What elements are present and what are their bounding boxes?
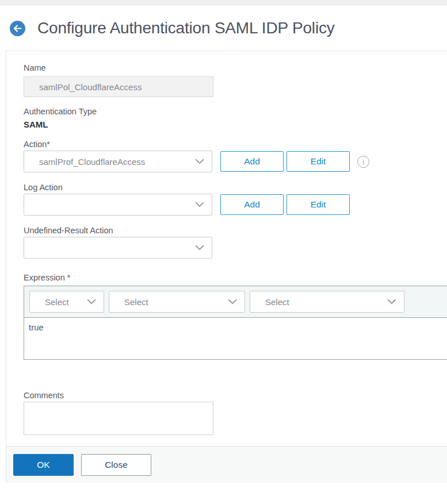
expression-input[interactable]: true bbox=[24, 318, 447, 359]
log-action-label: Log Action bbox=[24, 182, 447, 193]
name-label: Name bbox=[24, 63, 447, 73]
log-action-select[interactable] bbox=[24, 194, 212, 216]
action-label: Action* bbox=[24, 139, 447, 149]
chevron-down-icon bbox=[195, 159, 204, 164]
required-asterisk: * bbox=[67, 273, 71, 282]
arrow-left-icon bbox=[13, 25, 22, 32]
action-select-value: samlProf_CloudflareAccess bbox=[24, 157, 145, 167]
expression-label: Expression * bbox=[24, 272, 447, 283]
expression-select-3-value: Select bbox=[250, 297, 289, 307]
expression-label-text: Expression bbox=[24, 273, 65, 282]
action-add-button[interactable]: Add bbox=[220, 151, 284, 172]
expression-select-3[interactable]: Select bbox=[250, 291, 404, 313]
auth-type-value: SAML bbox=[24, 120, 447, 130]
name-input[interactable] bbox=[24, 76, 213, 97]
expression-select-2[interactable]: Select bbox=[109, 291, 245, 313]
expression-select-1-value: Select bbox=[30, 297, 69, 307]
action-edit-button[interactable]: Edit bbox=[286, 151, 350, 172]
top-strip bbox=[0, 0, 447, 6]
close-button[interactable]: Close bbox=[81, 454, 151, 476]
expression-select-2-value: Select bbox=[109, 297, 148, 307]
comments-input[interactable] bbox=[24, 402, 213, 435]
chevron-down-icon bbox=[87, 299, 96, 305]
chevron-down-icon bbox=[228, 299, 237, 305]
chevron-down-icon bbox=[195, 245, 204, 251]
expression-toolbar: Select Select Select bbox=[24, 286, 447, 318]
undefined-result-action-select[interactable] bbox=[24, 237, 212, 259]
footer-bar: OK Close bbox=[6, 446, 447, 483]
ok-button[interactable]: OK bbox=[13, 454, 74, 476]
chevron-down-icon bbox=[195, 202, 204, 207]
auth-type-label: Authentication Type bbox=[24, 106, 447, 117]
page-title: Configure Authentication SAML IDP Policy bbox=[37, 19, 335, 37]
action-select[interactable]: samlProf_CloudflareAccess bbox=[24, 151, 212, 172]
comments-label: Comments bbox=[24, 390, 447, 401]
info-icon[interactable]: i bbox=[357, 156, 369, 168]
expression-select-1[interactable]: Select bbox=[29, 291, 104, 313]
undefined-result-action-label: Undefined-Result Action bbox=[24, 225, 447, 236]
expression-editor: Select Select Select true bbox=[24, 286, 447, 360]
form-panel: Name Authentication Type SAML Action* sa… bbox=[6, 51, 447, 446]
log-action-edit-button[interactable]: Edit bbox=[286, 194, 350, 215]
chevron-down-icon bbox=[387, 299, 396, 305]
log-action-add-button[interactable]: Add bbox=[220, 194, 284, 215]
back-button[interactable] bbox=[10, 21, 25, 36]
page-header: Configure Authentication SAML IDP Policy bbox=[0, 6, 447, 51]
